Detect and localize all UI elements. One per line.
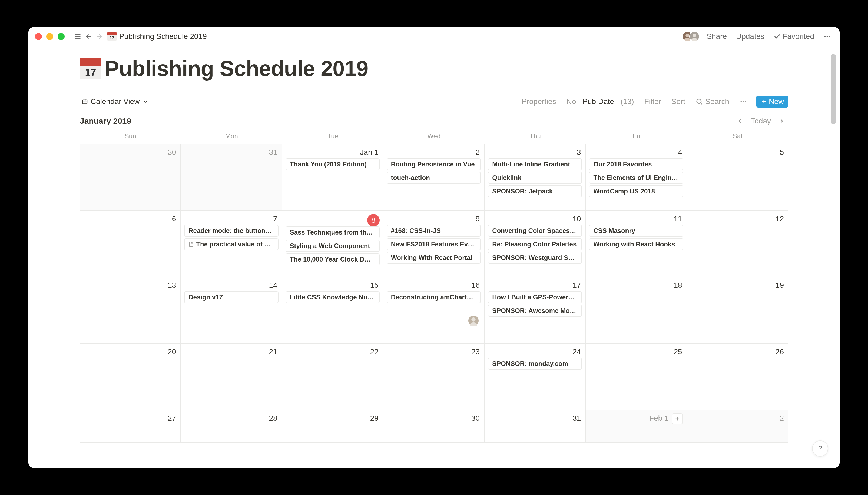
properties-button[interactable]: Properties: [520, 96, 557, 107]
day-cell[interactable]: 31: [181, 144, 282, 211]
day-cell[interactable]: 18: [586, 277, 687, 344]
day-cell[interactable]: 30: [383, 410, 485, 443]
event-card[interactable]: The practical value of …: [184, 238, 278, 250]
calendar-emoji-icon[interactable]: 17: [80, 58, 101, 80]
day-cell[interactable]: 3Multi-Line Inline GradientQuicklinkSPON…: [485, 144, 586, 211]
page-title[interactable]: Publishing Schedule 2019: [105, 56, 368, 81]
event-card[interactable]: Little CSS Knowledge Nu…: [286, 291, 380, 303]
event-title: The practical value of …: [196, 240, 271, 248]
event-card[interactable]: Deconstructing amChart…: [387, 291, 481, 303]
no-date-filter-button[interactable]: No Pub Date (13): [565, 96, 635, 107]
day-number: Jan 1: [286, 147, 380, 158]
event-card[interactable]: SPONSOR: Awesome Mo…: [488, 305, 582, 317]
today-button[interactable]: Today: [747, 115, 774, 127]
breadcrumb[interactable]: 17 Publishing Schedule 2019: [107, 32, 207, 41]
day-cell[interactable]: 15Little CSS Knowledge Nu…: [282, 277, 383, 344]
event-title: SPONSOR: Awesome Mo…: [492, 307, 576, 314]
scrollbar-thumb[interactable]: [831, 54, 836, 124]
event-card[interactable]: Design v17: [184, 291, 278, 303]
event-card[interactable]: WordCamp US 2018: [589, 185, 683, 197]
presence-avatars[interactable]: [682, 31, 700, 41]
day-cell[interactable]: 21: [181, 344, 282, 410]
updates-button[interactable]: Updates: [734, 31, 766, 42]
document-icon: [188, 242, 194, 247]
day-cell[interactable]: 8Sass Techniques from th…Styling a Web C…: [282, 211, 383, 277]
day-cell[interactable]: 31: [485, 410, 586, 443]
day-cell[interactable]: 11CSS MasonryWorking with React Hooks: [586, 211, 687, 277]
event-card[interactable]: The 10,000 Year Clock D…: [286, 253, 380, 265]
nav-forward-button[interactable]: [94, 31, 105, 42]
day-cell[interactable]: 26: [687, 344, 788, 410]
assignee-avatar[interactable]: [468, 315, 479, 326]
day-cell[interactable]: 4Our 2018 FavoritesThe Elements of UI En…: [586, 144, 687, 211]
help-button[interactable]: ?: [812, 440, 828, 457]
event-card[interactable]: Re: Pleasing Color Palettes: [488, 238, 582, 250]
event-card[interactable]: #168: CSS-in-JS: [387, 225, 481, 237]
day-cell[interactable]: Jan 1Thank You (2019 Edition): [282, 144, 383, 211]
view-selector[interactable]: Calendar View: [80, 96, 151, 107]
event-card[interactable]: Working With React Portal: [387, 252, 481, 264]
day-cell[interactable]: 16Deconstructing amChart…: [383, 277, 485, 344]
prev-month-button[interactable]: [733, 116, 746, 126]
event-card[interactable]: Reader mode: the button…: [184, 225, 278, 237]
calendar-grid: SunMonTueWedThuFriSat 3031Jan 1Thank You…: [28, 130, 840, 443]
event-card[interactable]: SPONSOR: Jetpack: [488, 185, 582, 197]
day-cell[interactable]: 27: [80, 410, 181, 443]
day-cell[interactable]: 13: [80, 277, 181, 344]
day-cell[interactable]: 14Design v17: [181, 277, 282, 344]
day-cell[interactable]: 24SPONSOR: monday.com: [485, 344, 586, 410]
event-card[interactable]: Styling a Web Component: [286, 240, 380, 252]
day-cell[interactable]: 20: [80, 344, 181, 410]
event-card[interactable]: touch-action: [387, 172, 481, 184]
chevron-down-icon: [143, 99, 148, 105]
event-card[interactable]: CSS Masonry: [589, 225, 683, 237]
search-button[interactable]: Search: [695, 96, 730, 107]
event-card[interactable]: Routing Persistence in Vue: [387, 158, 481, 170]
event-card[interactable]: Multi-Line Inline Gradient: [488, 158, 582, 170]
day-cell[interactable]: 22: [282, 344, 383, 410]
view-more-button[interactable]: [738, 96, 748, 107]
sort-button[interactable]: Sort: [670, 96, 686, 107]
event-card[interactable]: SPONSOR: Westguard S…: [488, 252, 582, 264]
add-event-button[interactable]: [672, 413, 683, 424]
share-button[interactable]: Share: [704, 31, 729, 42]
new-button[interactable]: New: [756, 96, 788, 107]
event-card[interactable]: Sass Techniques from th…: [286, 226, 380, 238]
event-card[interactable]: SPONSOR: monday.com: [488, 358, 582, 370]
day-cell[interactable]: 7Reader mode: the button…The practical v…: [181, 211, 282, 277]
event-card[interactable]: Working with React Hooks: [589, 238, 683, 250]
day-cell[interactable]: 28: [181, 410, 282, 443]
favorited-button[interactable]: Favorited: [771, 31, 816, 42]
event-card[interactable]: Our 2018 Favorites: [589, 158, 683, 170]
calendar-week: 1314Design v1715Little CSS Knowledge Nu……: [80, 277, 788, 344]
filter-button[interactable]: Filter: [643, 96, 662, 107]
window-minimize-button[interactable]: [46, 33, 53, 40]
event-card[interactable]: How I Built a GPS-Power…: [488, 291, 582, 303]
day-cell[interactable]: 6: [80, 211, 181, 277]
day-cell[interactable]: 25: [586, 344, 687, 410]
day-cell[interactable]: 2Routing Persistence in Vuetouch-action: [383, 144, 485, 211]
sidebar-toggle-button[interactable]: [72, 31, 83, 42]
day-cell[interactable]: 30: [80, 144, 181, 211]
event-card[interactable]: Thank You (2019 Edition): [286, 158, 380, 170]
event-card[interactable]: New ES2018 Features Ev…: [387, 238, 481, 250]
day-cell[interactable]: Feb 1: [586, 410, 687, 443]
event-card[interactable]: The Elements of UI Engin…: [589, 172, 683, 184]
day-cell[interactable]: 12: [687, 211, 788, 277]
day-cell[interactable]: 29: [282, 410, 383, 443]
next-month-button[interactable]: [775, 116, 788, 126]
day-cell[interactable]: 9#168: CSS-in-JSNew ES2018 Features Ev…W…: [383, 211, 485, 277]
day-cell[interactable]: 19: [687, 277, 788, 344]
event-card[interactable]: Converting Color Spaces…: [488, 225, 582, 237]
day-cell[interactable]: 2: [687, 410, 788, 443]
window-maximize-button[interactable]: [57, 33, 65, 40]
day-cell[interactable]: 10Converting Color Spaces…Re: Pleasing C…: [485, 211, 586, 277]
day-cell[interactable]: 17How I Built a GPS-Power…SPONSOR: Aweso…: [485, 277, 586, 344]
nav-back-button[interactable]: [83, 31, 94, 42]
day-cell[interactable]: 23: [383, 344, 485, 410]
app-window: 17 Publishing Schedule 2019 Share Update…: [28, 27, 840, 468]
event-card[interactable]: Quicklink: [488, 172, 582, 184]
day-cell[interactable]: 5: [687, 144, 788, 211]
more-menu-button[interactable]: [821, 31, 833, 42]
window-close-button[interactable]: [35, 33, 42, 40]
